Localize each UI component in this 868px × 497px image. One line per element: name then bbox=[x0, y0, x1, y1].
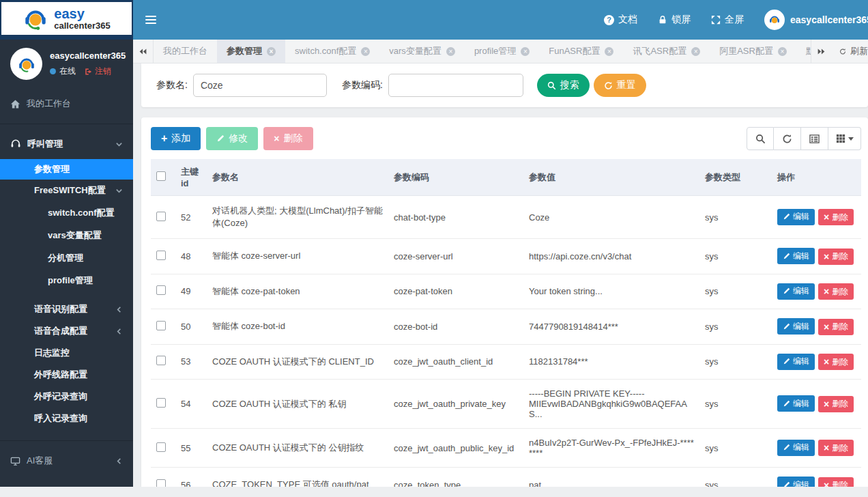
row-checkbox[interactable] bbox=[156, 398, 166, 408]
sidebar-item-asr-config[interactable]: 语音识别配置 bbox=[0, 298, 133, 320]
row-checkbox[interactable] bbox=[156, 212, 166, 221]
tab-funasr-config[interactable]: FunASR配置 × bbox=[539, 40, 623, 63]
lock-icon bbox=[658, 15, 667, 25]
close-icon[interactable]: × bbox=[267, 47, 276, 56]
lock-screen-link[interactable]: 锁屏 bbox=[658, 14, 691, 26]
row-checkbox[interactable] bbox=[156, 321, 166, 330]
table-refresh-button[interactable] bbox=[774, 127, 801, 150]
sidebar-item-call-management[interactable]: 呼叫管理 bbox=[0, 129, 133, 159]
user-menu[interactable]: easycallcenter365 bbox=[764, 10, 868, 30]
double-left-icon bbox=[139, 48, 147, 55]
delete-button[interactable]: ×删除 bbox=[818, 396, 854, 412]
user-avatar bbox=[764, 10, 785, 30]
columns-dropdown-button[interactable] bbox=[828, 127, 861, 150]
x-icon: × bbox=[824, 252, 829, 261]
add-button[interactable]: + 添加 bbox=[151, 127, 201, 150]
chevron-left-icon bbox=[115, 457, 123, 465]
table-search-toggle-button[interactable] bbox=[747, 127, 774, 150]
reset-button[interactable]: 重置 bbox=[594, 74, 646, 97]
delete-button[interactable]: ×删除 bbox=[818, 477, 854, 487]
tab-ali-asr-config[interactable]: 阿里ASR配置 × bbox=[710, 40, 796, 63]
edit-button[interactable]: 编辑 bbox=[777, 209, 815, 225]
table-panel: + 添加 修改 × 删除 bbox=[141, 117, 868, 487]
cell-code: coze_jwt_oauth_client_id bbox=[388, 344, 523, 380]
cell-value: 1182131784*** bbox=[523, 344, 699, 380]
cell-type: sys bbox=[699, 274, 772, 309]
row-checkbox[interactable] bbox=[156, 285, 166, 295]
sidebar-item-param-management[interactable]: 参数管理 bbox=[0, 159, 133, 180]
close-icon[interactable]: × bbox=[446, 47, 455, 56]
headset-icon bbox=[10, 139, 21, 150]
sidebar-item-outbound-records[interactable]: 外呼记录查询 bbox=[0, 386, 133, 408]
sidebar-item-ai-service[interactable]: AI客服 bbox=[0, 446, 133, 476]
edit-button[interactable]: 编辑 bbox=[777, 354, 815, 370]
close-icon[interactable]: × bbox=[605, 47, 613, 56]
delete-button[interactable]: ×删除 bbox=[818, 440, 854, 456]
row-checkbox[interactable] bbox=[156, 479, 166, 487]
row-checkbox[interactable] bbox=[156, 442, 166, 452]
close-icon[interactable]: × bbox=[691, 47, 700, 56]
edit-button[interactable]: 编辑 bbox=[777, 440, 815, 456]
tabs-scroll-left-button[interactable] bbox=[133, 40, 154, 63]
tabs-refresh-button[interactable]: 刷新 bbox=[831, 40, 868, 63]
sidebar-item-profile-management[interactable]: profile管理 bbox=[0, 269, 133, 292]
sidebar-item-log-monitor[interactable]: 日志监控 bbox=[0, 342, 133, 364]
sidebar-item-tts-config[interactable]: 语音合成配置 bbox=[0, 320, 133, 342]
delete-button[interactable]: ×删除 bbox=[818, 248, 854, 265]
tab-xunfei-asr-config[interactable]: 讯飞ASR配置 × bbox=[623, 40, 710, 63]
sidebar-item-extension-management[interactable]: 分机管理 bbox=[0, 246, 133, 269]
main-area: 我的工作台 参数管理 × switch.conf配置 × vars变量配置 × … bbox=[133, 40, 868, 487]
param-code-input[interactable] bbox=[388, 74, 523, 97]
tab-switch-conf[interactable]: switch.conf配置 × bbox=[285, 40, 379, 63]
param-name-input[interactable] bbox=[193, 74, 327, 97]
x-icon: × bbox=[274, 134, 279, 143]
modify-button[interactable]: 修改 bbox=[206, 127, 258, 150]
logout-link[interactable]: 注销 bbox=[84, 66, 111, 77]
cell-value: 7447790819148414*** bbox=[523, 309, 699, 345]
docs-link[interactable]: ? 文档 bbox=[604, 14, 637, 26]
toggle-view-button[interactable] bbox=[801, 127, 828, 150]
close-icon[interactable]: × bbox=[778, 47, 787, 56]
edit-icon bbox=[783, 323, 790, 330]
edit-button[interactable]: 编辑 bbox=[777, 283, 815, 300]
edit-button[interactable]: 编辑 bbox=[777, 318, 815, 335]
row-checkbox[interactable] bbox=[156, 356, 166, 365]
delete-button[interactable]: ×删除 bbox=[818, 283, 854, 300]
sidebar-item-workbench[interactable]: 我的工作台 bbox=[0, 89, 133, 119]
sidebar-item-vars-config[interactable]: vars变量配置 bbox=[0, 224, 133, 246]
tab-param-management[interactable]: 参数管理 × bbox=[217, 40, 285, 63]
list-view-icon bbox=[809, 134, 820, 144]
search-panel: 参数名: 参数编码: 搜索 重置 bbox=[141, 63, 868, 107]
delete-selected-button[interactable]: × 删除 bbox=[263, 127, 313, 150]
menu-toggle-icon[interactable] bbox=[133, 0, 169, 40]
close-icon[interactable]: × bbox=[521, 47, 530, 56]
fullscreen-link[interactable]: 全屏 bbox=[711, 14, 744, 26]
row-checkbox[interactable] bbox=[156, 251, 166, 260]
cell-name: 对话机器人类型; 大模型(LlmChat)/扣子智能体(Coze) bbox=[207, 196, 388, 239]
cell-value: pat bbox=[523, 468, 699, 487]
sidebar-item-inbound-records[interactable]: 呼入记录查询 bbox=[0, 408, 133, 429]
sidebar-item-outbound-line-config[interactable]: 外呼线路配置 bbox=[0, 364, 133, 386]
sidebar-item-switch-conf[interactable]: switch.conf配置 bbox=[0, 201, 133, 224]
edit-button[interactable]: 编辑 bbox=[777, 248, 815, 264]
edit-button[interactable]: 编辑 bbox=[777, 477, 815, 487]
tab-workbench[interactable]: 我的工作台 bbox=[154, 40, 217, 63]
search-button[interactable]: 搜索 bbox=[537, 74, 590, 97]
cell-name: COZE OAUTH 认证模式下的 私钥 bbox=[207, 380, 388, 429]
delete-button[interactable]: ×删除 bbox=[818, 319, 854, 335]
delete-button[interactable]: ×删除 bbox=[818, 354, 854, 370]
cell-id: 50 bbox=[175, 309, 207, 345]
tab-default-asr[interactable]: 默认A bbox=[796, 40, 811, 63]
tab-profile-management[interactable]: profile管理 × bbox=[465, 40, 539, 63]
edit-icon bbox=[783, 358, 790, 365]
select-all-checkbox[interactable] bbox=[156, 171, 166, 181]
search-icon bbox=[547, 81, 556, 90]
sidebar-item-freeswitch-config[interactable]: FreeSWITCH配置 bbox=[0, 180, 133, 201]
tabs-scroll-right-button[interactable] bbox=[811, 40, 831, 63]
tab-vars-config[interactable]: vars变量配置 × bbox=[379, 40, 465, 63]
close-icon[interactable]: × bbox=[361, 47, 370, 56]
delete-button[interactable]: ×删除 bbox=[818, 209, 854, 225]
home-icon bbox=[10, 99, 20, 109]
edit-button[interactable]: 编辑 bbox=[777, 395, 815, 412]
column-header-type: 参数类型 bbox=[699, 159, 772, 196]
